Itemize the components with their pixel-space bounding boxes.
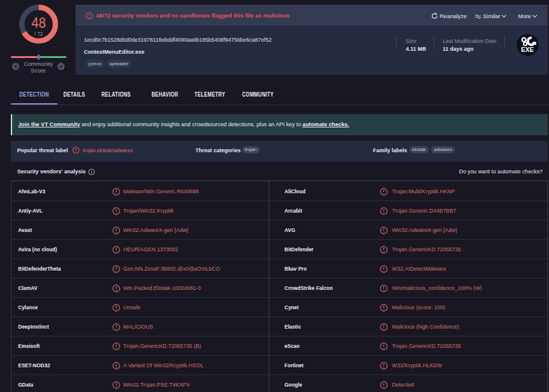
svg-text:EXE: EXE	[521, 46, 533, 53]
